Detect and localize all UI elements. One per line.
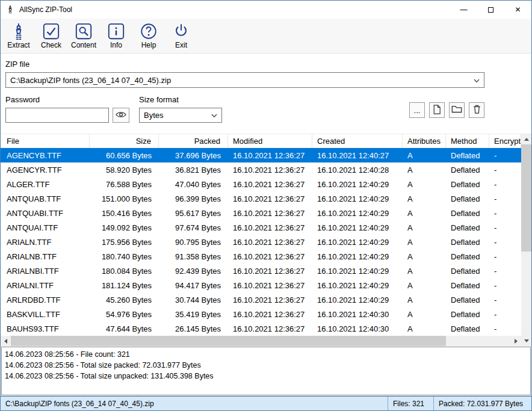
arrow-right-icon <box>515 339 518 344</box>
cell-modified: 16.10.2021 12:36:27 <box>228 292 312 307</box>
extract-button[interactable]: Extract <box>2 20 35 52</box>
help-icon <box>140 22 158 40</box>
table-row[interactable]: BASKVILL.TTF 54.976 Bytes 35.419 Bytes 1… <box>1 307 521 321</box>
zipper-icon <box>5 5 15 14</box>
cell-encrypted: - <box>489 292 521 307</box>
table-row[interactable]: AGENCYB.TTF 60.656 Bytes 37.696 Bytes 16… <box>1 148 521 162</box>
scroll-right-button[interactable] <box>511 336 521 346</box>
table-row[interactable]: ARIALN.TTF 175.956 Bytes 90.795 Bytes 16… <box>1 235 521 249</box>
size-format-select[interactable]: Bytes <box>139 108 222 123</box>
content-button[interactable]: Content <box>67 20 100 52</box>
column-header-method[interactable]: Method <box>446 134 489 147</box>
horizontal-scrollbar[interactable] <box>1 336 521 346</box>
cell-modified: 16.10.2021 12:36:27 <box>228 235 312 249</box>
vertical-scrollbar[interactable] <box>521 134 531 346</box>
eye-icon <box>116 111 126 120</box>
scroll-down-button[interactable] <box>521 336 531 346</box>
table-row[interactable]: AGENCYR.TTF 58.920 Bytes 36.821 Bytes 16… <box>1 162 521 177</box>
cell-size: 47.644 Bytes <box>90 321 159 336</box>
cell-file: ARIALNI.TTF <box>1 278 90 292</box>
info-button[interactable]: Info <box>100 20 132 52</box>
cell-size: 175.956 Bytes <box>90 235 159 249</box>
column-header-modified[interactable]: Modified <box>228 134 312 147</box>
close-button[interactable]: ✕ <box>504 1 531 19</box>
zip-file-combobox[interactable]: C:\Backup\ZIP fonts (23_06_14 07_40_45).… <box>5 72 484 88</box>
cell-created: 16.10.2021 12:40:29 <box>312 177 403 191</box>
password-input[interactable] <box>5 108 109 123</box>
file-icon <box>432 104 442 117</box>
column-header-packed[interactable]: Packed <box>159 134 228 147</box>
column-header-encrypted[interactable]: Encrypted <box>489 134 521 147</box>
log-line: 14.06.2023 08:25:56 - Total size unpacke… <box>5 371 527 382</box>
cell-modified: 16.10.2021 12:36:27 <box>228 321 312 336</box>
cell-attributes: A <box>403 162 446 177</box>
cell-file: ANTQUAI.TTF <box>1 220 90 235</box>
column-header-size[interactable]: Size <box>90 134 159 147</box>
open-file-button[interactable] <box>429 102 445 118</box>
vertical-scroll-track[interactable] <box>521 144 531 336</box>
help-button[interactable]: Help <box>132 20 165 52</box>
cell-size: 180.740 Bytes <box>90 249 159 264</box>
table-row[interactable]: ARIALNB.TTF 180.740 Bytes 91.358 Bytes 1… <box>1 249 521 264</box>
cell-attributes: A <box>403 177 446 191</box>
scroll-up-button[interactable] <box>521 134 531 144</box>
cell-size: 54.976 Bytes <box>90 307 159 321</box>
column-header-attributes[interactable]: Attributes <box>403 134 446 147</box>
cell-size: 76.588 Bytes <box>90 177 159 191</box>
browse-button[interactable]: ... <box>409 102 425 118</box>
table-row[interactable]: ANTQUAB.TTF 151.000 Bytes 96.399 Bytes 1… <box>1 191 521 206</box>
cell-modified: 16.10.2021 12:36:27 <box>228 191 312 206</box>
table-row[interactable]: ANTQUABI.TTF 150.416 Bytes 95.617 Bytes … <box>1 206 521 220</box>
horizontal-scroll-track[interactable] <box>11 336 511 346</box>
check-button[interactable]: Check <box>35 20 67 52</box>
table-row[interactable]: ARIALNBI.TTF 180.084 Bytes 92.439 Bytes … <box>1 264 521 278</box>
cell-method: Deflated <box>446 264 489 278</box>
chevron-down-icon <box>474 76 480 85</box>
cell-size: 58.920 Bytes <box>90 162 159 177</box>
cell-size: 180.084 Bytes <box>90 264 159 278</box>
table-row[interactable]: ARLRDBD.TTF 45.260 Bytes 30.744 Bytes 16… <box>1 292 521 307</box>
scroll-left-button[interactable] <box>1 336 11 346</box>
cell-size: 151.000 Bytes <box>90 191 159 206</box>
vertical-scroll-thumb[interactable] <box>521 144 531 252</box>
log-panel[interactable]: 14.06.2023 08:25:56 - File count: 321 14… <box>1 347 531 395</box>
minimize-button[interactable]: — <box>450 1 477 19</box>
cell-modified: 16.10.2021 12:36:27 <box>228 206 312 220</box>
cell-file: ALGER.TTF <box>1 177 90 191</box>
cell-packed: 91.358 Bytes <box>159 249 228 264</box>
cell-modified: 16.10.2021 12:36:27 <box>228 162 312 177</box>
cell-size: 60.656 Bytes <box>90 148 159 162</box>
password-group: Password <box>5 95 129 123</box>
cell-packed: 97.674 Bytes <box>159 220 228 235</box>
cell-attributes: A <box>403 220 446 235</box>
close-icon: ✕ <box>515 5 521 14</box>
table-row[interactable]: ARIALNI.TTF 181.124 Bytes 94.417 Bytes 1… <box>1 278 521 292</box>
cell-created: 16.10.2021 12:40:29 <box>312 292 403 307</box>
cell-packed: 94.417 Bytes <box>159 278 228 292</box>
cell-modified: 16.10.2021 12:36:27 <box>228 264 312 278</box>
chevron-down-icon <box>211 111 217 120</box>
cell-created: 16.10.2021 12:40:29 <box>312 220 403 235</box>
horizontal-scroll-thumb[interactable] <box>11 336 446 346</box>
table-row[interactable]: ALGER.TTF 76.588 Bytes 47.040 Bytes 16.1… <box>1 177 521 191</box>
table-row[interactable]: BAUHS93.TTF 47.644 Bytes 26.145 Bytes 16… <box>1 321 521 336</box>
cell-method: Deflated <box>446 249 489 264</box>
show-password-button[interactable] <box>113 108 129 123</box>
maximize-button[interactable] <box>477 1 504 19</box>
size-format-group: Size format Bytes <box>139 95 222 123</box>
zipper-icon <box>10 22 28 40</box>
cell-file: BAUHS93.TTF <box>1 321 90 336</box>
column-header-file[interactable]: File <box>1 134 90 147</box>
column-header-created[interactable]: Created <box>312 134 403 147</box>
open-folder-button[interactable] <box>449 102 465 118</box>
arrow-up-icon <box>524 138 529 141</box>
delete-button[interactable] <box>469 102 484 118</box>
cell-encrypted: - <box>489 191 521 206</box>
cell-size: 149.092 Bytes <box>90 220 159 235</box>
table-row[interactable]: ANTQUAI.TTF 149.092 Bytes 97.674 Bytes 1… <box>1 220 521 235</box>
cell-method: Deflated <box>446 321 489 336</box>
exit-button[interactable]: Exit <box>165 20 197 52</box>
cell-file: ANTQUAB.TTF <box>1 191 90 206</box>
cell-modified: 16.10.2021 12:36:27 <box>228 148 312 162</box>
cell-encrypted: - <box>489 278 521 292</box>
